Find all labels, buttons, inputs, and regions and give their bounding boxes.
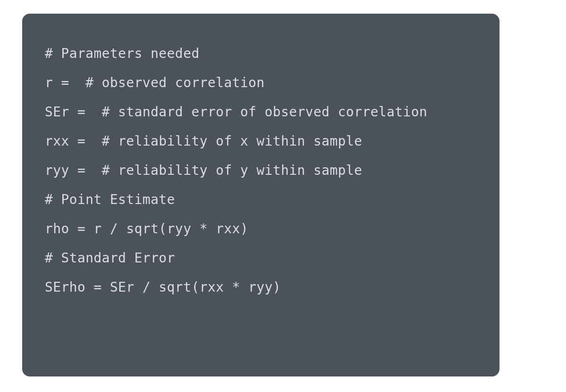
code-line: # Point Estimate (45, 185, 477, 214)
code-line: ryy = # reliability of y within sample (45, 156, 477, 185)
code-line: # Standard Error (45, 244, 477, 273)
code-line: rho = r / sqrt(ryy * rxx) (45, 214, 477, 244)
code-line: rxx = # reliability of x within sample (45, 127, 477, 156)
code-line: SEr = # standard error of observed corre… (45, 98, 477, 127)
code-line: # Parameters needed (45, 39, 477, 68)
code-block: # Parameters needed r = # observed corre… (22, 14, 499, 376)
code-line: SErho = SEr / sqrt(rxx * ryy) (45, 273, 477, 302)
code-line: r = # observed correlation (45, 68, 477, 98)
